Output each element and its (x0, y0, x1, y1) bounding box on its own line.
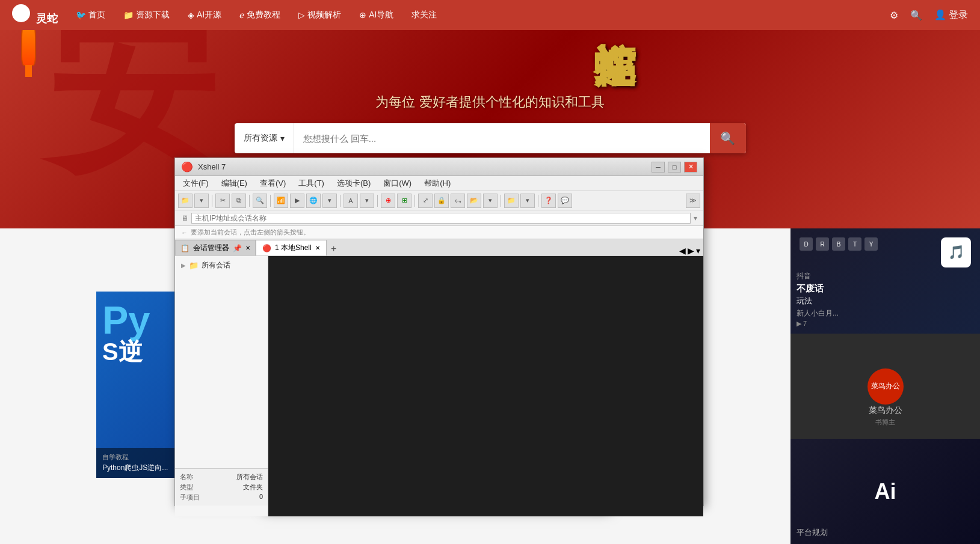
menu-help[interactable]: 帮助(H) (419, 178, 455, 189)
login-link[interactable]: 👤 登录 (934, 9, 968, 22)
renniao-bottom: 菜鸟办公 书博主 (790, 405, 980, 427)
ai-label: Ai (875, 479, 896, 504)
tb-green[interactable]: ⊞ (397, 194, 411, 208)
python-card[interactable]: Py S逆 自学教程 Python爬虫JS逆向... (96, 292, 180, 478)
tb-separator-1 (212, 195, 212, 207)
search-button[interactable]: 🔍 (710, 123, 746, 153)
right-card-1[interactable]: D R B T Y 🎵 抖音 不废话 玩法 新人小白月... ▶ 7 (790, 228, 980, 334)
tb-arrow-green[interactable]: ▶ (290, 194, 304, 208)
all-sessions-item[interactable]: ▶ 📁 所有会话 (178, 259, 265, 272)
tb-separator-8 (538, 195, 538, 207)
menu-view[interactable]: 查看(V) (255, 178, 291, 189)
tiktok-logo: 🎵 (941, 237, 971, 267)
tb-separator-2 (249, 195, 250, 207)
tb-font[interactable]: A (344, 194, 358, 208)
local-shell-close[interactable]: ✕ (315, 245, 320, 251)
addr-dropdown[interactable]: ▾ (694, 214, 697, 222)
tiktok-badge: 新人小白月... (797, 308, 974, 319)
lantern-tassel (25, 65, 32, 77)
tb-search[interactable]: 🔍 (253, 194, 267, 208)
python-card-content: Py S逆 (96, 292, 180, 373)
xshell-window: 🔴 Xshell 7 ─ □ ✕ 文件(F) 编辑(E) 查看(V) 工具(T)… (174, 157, 704, 506)
tab-next[interactable]: ▶ (688, 246, 694, 255)
tb-lock[interactable]: 🔒 (434, 194, 449, 208)
tb-font-down[interactable]: ▾ (360, 194, 374, 208)
addr-icon: 🖥 (181, 214, 188, 222)
tb-expand[interactable]: ⤢ (418, 194, 433, 208)
douyin-icon: D (800, 237, 813, 251)
maximize-button[interactable]: □ (668, 162, 681, 173)
views-count: 7 (803, 320, 807, 327)
nav-home-label: 首页 (88, 10, 105, 20)
nav-logo[interactable]: 灵蛇 (12, 4, 58, 26)
search-input[interactable] (294, 133, 710, 144)
tb-arrow-down[interactable]: ▾ (194, 194, 209, 208)
close-button[interactable]: ✕ (684, 162, 697, 173)
local-shell-tab[interactable]: 🔴 1 本地Shell ✕ (256, 240, 327, 255)
nav-resources-label: 资源下载 (136, 10, 170, 20)
tb-copy[interactable]: ⧉ (232, 194, 246, 208)
settings-icon[interactable]: ⚙ (890, 10, 898, 21)
menu-window[interactable]: 窗口(W) (378, 178, 416, 189)
tb-arrow-down3[interactable]: ▾ (483, 194, 498, 208)
tb-cut[interactable]: ✂ (215, 194, 230, 208)
twitter-icon: T (848, 237, 861, 251)
nav-ai-open[interactable]: ◈ AI开源 (188, 10, 221, 20)
nav-ai-label: AI开源 (197, 10, 221, 20)
chevron-down-icon: ▾ (280, 133, 285, 143)
tb-chat[interactable]: 💬 (558, 194, 572, 208)
hero-bg-char: 安 (48, 12, 217, 180)
address-input[interactable] (191, 213, 691, 224)
python-card-s: S逆 (102, 340, 174, 364)
search-category-dropdown[interactable]: 所有资源 ▾ (235, 123, 294, 153)
category-label: 所有资源 (244, 133, 277, 144)
nav-favorites[interactable]: 求关注 (411, 10, 437, 20)
menu-options[interactable]: 选项卡(B) (332, 178, 375, 189)
tb-more[interactable]: ≫ (686, 194, 700, 208)
info-type-label: 类型 (180, 483, 193, 492)
session-manager-tab[interactable]: 📋 会话管理器 📌 ✕ (175, 240, 256, 255)
python-card-big: Py (102, 301, 174, 340)
info-children-value: 0 (259, 493, 263, 502)
tb-red[interactable]: ⊕ (381, 194, 395, 208)
bottom-right-card[interactable]: 平台规划 Ai (790, 439, 980, 544)
tb-arrow-down2[interactable]: ▾ (322, 194, 337, 208)
nav-ai-nav[interactable]: ⊕ AI导航 (359, 10, 393, 20)
tb-arrow-down4[interactable]: ▾ (520, 194, 535, 208)
info-type-value: 文件夹 (243, 483, 263, 492)
tb-help[interactable]: ❓ (541, 194, 556, 208)
tb-new-folder[interactable]: 📁 (178, 194, 193, 208)
menu-edit[interactable]: 编辑(E) (217, 178, 252, 189)
menu-file[interactable]: 文件(F) (178, 178, 214, 189)
tab-menu[interactable]: ▾ (696, 246, 700, 255)
tb-key[interactable]: 🗝 (451, 194, 465, 208)
terminal-area[interactable] (268, 256, 703, 516)
tab-prev[interactable]: ◀ (679, 246, 686, 255)
tb-connect[interactable]: 📶 (274, 194, 288, 208)
nav-right: ⚙ 🔍 👤 登录 (890, 9, 968, 22)
tab-bar: 📋 会话管理器 📌 ✕ 🔴 1 本地Shell ✕ + ◀ ▶ ▾ (175, 239, 703, 256)
session-manager-close[interactable]: ✕ (245, 245, 250, 251)
right-card-2[interactable]: 菜鸟办公 菜鸟办公 书博主 (790, 334, 980, 439)
nav-resources[interactable]: 📁 资源下载 (123, 10, 170, 20)
info-name-row: 名称 所有会话 (180, 472, 263, 482)
xshell-toolbar: 📁 ▾ ✂ ⧉ 🔍 📶 ▶ 🌐 ▾ A ▾ ⊕ ⊞ ⤢ 🔒 🗝 📂 ▾ 📁 ▾ … (175, 191, 703, 210)
tiktok-card-text: 抖音 不废话 玩法 新人小白月... ▶ 7 (797, 271, 974, 328)
folder-icon: 📁 (189, 261, 199, 270)
tb-globe[interactable]: 🌐 (306, 194, 321, 208)
home-icon: 🐦 (76, 10, 86, 20)
add-tab-button[interactable]: + (327, 242, 341, 255)
xshell-menubar: 文件(F) 编辑(E) 查看(V) 工具(T) 选项卡(B) 窗口(W) 帮助(… (175, 176, 703, 191)
tb-folder2[interactable]: 📂 (467, 194, 481, 208)
xshell-title: 🔴 Xshell 7 (181, 161, 226, 173)
session-manager-label: 会话管理器 (193, 243, 229, 253)
nav-home[interactable]: 🐦 首页 (76, 10, 105, 20)
nav-free-courses[interactable]: ℯ 免费教程 (239, 10, 280, 20)
tb-folder3[interactable]: 📁 (504, 194, 519, 208)
menu-tools[interactable]: 工具(T) (294, 178, 329, 189)
nav-video[interactable]: ▷ 视频解析 (298, 10, 341, 20)
search-icon[interactable]: 🔍 (910, 10, 922, 21)
tb-separator-3 (270, 195, 271, 207)
pin-icon: 📌 (233, 244, 242, 252)
minimize-button[interactable]: ─ (652, 162, 665, 173)
